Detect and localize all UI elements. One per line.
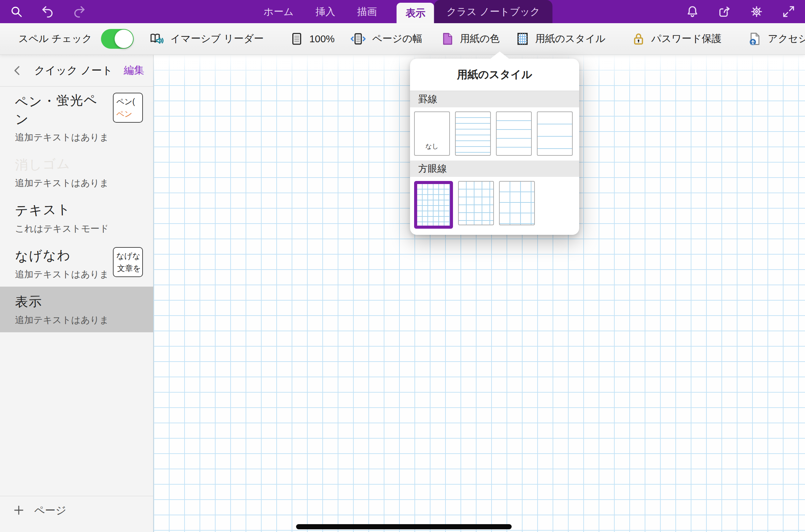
paper-style-button[interactable]: 用紙のスタイル [515, 32, 605, 46]
settings-button[interactable] [749, 1, 764, 22]
paper-color-icon [440, 32, 454, 46]
accessibility-check-button[interactable]: アクセシビリティ チェック [747, 31, 805, 46]
back-button[interactable] [12, 65, 23, 76]
undo-icon [41, 5, 55, 18]
accessibility-check-icon [747, 31, 762, 46]
paper-style-label: 用紙のスタイル [535, 32, 605, 46]
paper-option-lines-medium[interactable] [496, 111, 532, 156]
bell-icon [686, 5, 699, 18]
thumbnail-ink-line: ペン [116, 108, 141, 120]
edit-button[interactable]: 編集 [124, 63, 144, 77]
share-button[interactable] [717, 1, 732, 22]
notebook-title: クイック ノート [23, 63, 124, 78]
tab-insert[interactable]: 挿入 [313, 0, 337, 23]
page-width-icon [350, 32, 367, 46]
page-item-subtitle: 追加テキストはありま… [15, 131, 107, 143]
search-button[interactable] [9, 1, 24, 22]
paper-style-icon [515, 32, 530, 46]
page-item-title: テキスト [15, 201, 71, 219]
paper-option-none[interactable]: なし [414, 111, 450, 156]
section-label-ruled-lines: 罫線 [410, 91, 579, 107]
thumbnail-ink-line: なげな [116, 250, 141, 262]
page-width-button[interactable]: ページの幅 [350, 32, 422, 46]
plus-icon [12, 504, 25, 517]
section-label-grid-lines: 方眼線 [410, 161, 579, 177]
search-icon [10, 5, 23, 18]
page-thumbnail: なげな 文章を [113, 247, 143, 277]
paper-option-lines-narrow[interactable] [455, 111, 491, 156]
page-width-label: ページの幅 [372, 32, 422, 46]
paper-option-none-label: なし [415, 142, 449, 151]
paper-color-label: 用紙の色 [460, 32, 500, 46]
zoom-level-value: 100% [309, 33, 335, 45]
page-item-eraser[interactable]: 消しゴム 追加テキストはありません [0, 150, 153, 195]
share-icon [718, 5, 731, 18]
redo-icon [72, 5, 86, 18]
spell-check-toggle[interactable] [101, 29, 134, 49]
ribbon-tabs: ホーム 挿入 描画 表示 クラス ノートブック [253, 0, 553, 23]
home-indicator[interactable] [296, 524, 512, 529]
page-list-sidebar: クイック ノート 編集 ペン・蛍光ペン 追加テキストはありま… ペン( ペン 消… [0, 55, 153, 532]
redo-button[interactable] [72, 1, 87, 22]
paper-color-button[interactable]: 用紙の色 [440, 32, 500, 46]
gear-icon [750, 5, 763, 18]
add-page-button[interactable]: ページ [0, 496, 153, 532]
password-protect-button[interactable]: パスワード保護 [631, 32, 721, 46]
page-item-title: 表示 [15, 293, 42, 311]
ruled-line-options: なし [410, 107, 579, 161]
page-item-title: 消しゴム [15, 155, 71, 174]
topbar-right-icons [685, 0, 796, 23]
tab-home[interactable]: ホーム [262, 0, 296, 23]
page-item-title: ペン・蛍光ペン [15, 91, 108, 128]
thumbnail-ink-line: 文章を [116, 262, 141, 274]
zoom-level-button[interactable]: 100% [290, 32, 335, 46]
immersive-reader-label: イマーシブ リーダー [171, 32, 264, 46]
expand-icon [782, 5, 795, 18]
page-item-view[interactable]: 表示 追加テキストはありません [0, 287, 153, 332]
page-item-title: なげなわ [15, 246, 71, 265]
notifications-button[interactable] [685, 1, 700, 22]
paper-option-grid-large[interactable] [499, 181, 535, 225]
fullscreen-button[interactable] [781, 1, 796, 22]
accessibility-check-label: アクセシビリティ チェック [768, 32, 805, 46]
popup-arrow [491, 51, 509, 59]
add-page-label: ページ [34, 504, 66, 517]
tab-view[interactable]: 表示 [397, 3, 434, 23]
page-item-subtitle: 追加テキストはありま… [15, 268, 107, 280]
paper-option-grid-medium[interactable] [458, 181, 494, 225]
page-thumbnail: ペン( ペン [113, 93, 143, 123]
page-item-subtitle: 追加テキストはありません [15, 314, 107, 326]
paper-option-lines-wide[interactable] [537, 111, 573, 156]
view-ribbon-toolbar: スペル チェック イマーシブ リーダー 100% ページの幅 用紙の色 用紙のス… [0, 23, 805, 55]
zoom-document-icon [290, 32, 304, 46]
sidebar-item-list: ペン・蛍光ペン 追加テキストはありま… ペン( ペン 消しゴム 追加テキストはあ… [0, 87, 153, 332]
top-app-bar: ホーム 挿入 描画 表示 クラス ノートブック [0, 0, 805, 23]
password-protect-label: パスワード保護 [651, 32, 721, 46]
immersive-reader-button[interactable]: イマーシブ リーダー [149, 31, 264, 46]
popup-title: 用紙のスタイル [410, 59, 579, 91]
page-item-text[interactable]: テキスト これはテキストモードで入力し… [0, 195, 153, 241]
thumbnail-ink-line: ペン( [116, 95, 141, 108]
grid-line-options [410, 177, 579, 235]
page-item-subtitle: 追加テキストはありません [15, 177, 107, 189]
tab-class-notebook[interactable]: クラス ノートブック [434, 0, 553, 23]
sidebar-header: クイック ノート 編集 [0, 55, 153, 87]
lock-icon [631, 32, 646, 46]
page-item-subtitle: これはテキストモードで入力し… [15, 223, 107, 235]
paper-style-popup: 用紙のスタイル 罫線 なし 方眼線 [410, 59, 579, 235]
immersive-reader-icon [149, 31, 165, 46]
tab-draw[interactable]: 描画 [355, 0, 379, 23]
page-item-lasso[interactable]: なげなわ 追加テキストはありま… なげな 文章を [0, 241, 153, 287]
toggle-knob [115, 30, 133, 48]
undo-button[interactable] [40, 1, 55, 22]
paper-option-grid-small[interactable] [414, 181, 453, 229]
topbar-left-icons [9, 0, 87, 23]
spell-check-label: スペル チェック [18, 32, 92, 46]
page-item-pen-highlighter[interactable]: ペン・蛍光ペン 追加テキストはありま… ペン( ペン [0, 87, 153, 150]
